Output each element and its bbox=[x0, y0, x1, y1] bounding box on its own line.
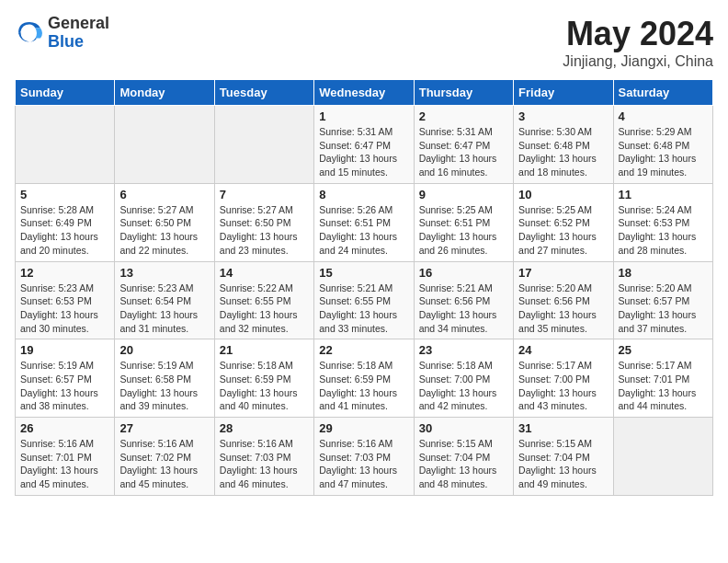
day-number: 25 bbox=[619, 343, 708, 357]
calendar-cell: 18Sunrise: 5:20 AM Sunset: 6:57 PM Dayli… bbox=[613, 261, 712, 339]
day-info: Sunrise: 5:23 AM Sunset: 6:54 PM Dayligh… bbox=[119, 282, 209, 336]
calendar-cell: 8Sunrise: 5:26 AM Sunset: 6:51 PM Daylig… bbox=[314, 183, 414, 261]
calendar-cell: 28Sunrise: 5:16 AM Sunset: 7:03 PM Dayli… bbox=[214, 418, 313, 496]
calendar-cell bbox=[214, 106, 313, 184]
day-number: 26 bbox=[20, 421, 109, 435]
weekday-header-cell: Thursday bbox=[414, 80, 513, 106]
calendar-cell: 2Sunrise: 5:31 AM Sunset: 6:47 PM Daylig… bbox=[414, 106, 513, 184]
day-info: Sunrise: 5:22 AM Sunset: 6:55 PM Dayligh… bbox=[220, 282, 309, 336]
calendar-cell: 26Sunrise: 5:16 AM Sunset: 7:01 PM Dayli… bbox=[16, 418, 115, 496]
logo-text: General Blue bbox=[48, 15, 109, 52]
day-number: 23 bbox=[419, 343, 508, 357]
day-number: 12 bbox=[20, 266, 109, 280]
day-number: 16 bbox=[419, 266, 508, 280]
day-number: 3 bbox=[518, 109, 608, 123]
calendar-cell: 24Sunrise: 5:17 AM Sunset: 7:00 PM Dayli… bbox=[514, 339, 613, 418]
day-info: Sunrise: 5:24 AM Sunset: 6:53 PM Dayligh… bbox=[619, 203, 708, 258]
day-number: 9 bbox=[419, 188, 508, 201]
day-info: Sunrise: 5:31 AM Sunset: 6:47 PM Dayligh… bbox=[419, 125, 508, 179]
calendar-cell: 14Sunrise: 5:22 AM Sunset: 6:55 PM Dayli… bbox=[214, 261, 313, 339]
calendar-header: SundayMondayTuesdayWednesdayThursdayFrid… bbox=[16, 80, 713, 106]
calendar-cell bbox=[115, 106, 214, 184]
day-number: 14 bbox=[220, 266, 309, 280]
day-number: 2 bbox=[419, 109, 508, 123]
day-info: Sunrise: 5:27 AM Sunset: 6:50 PM Dayligh… bbox=[119, 203, 209, 258]
day-number: 22 bbox=[319, 343, 408, 357]
calendar-cell: 6Sunrise: 5:27 AM Sunset: 6:50 PM Daylig… bbox=[115, 183, 214, 261]
calendar-cell: 16Sunrise: 5:21 AM Sunset: 6:56 PM Dayli… bbox=[414, 261, 513, 339]
day-info: Sunrise: 5:17 AM Sunset: 7:00 PM Dayligh… bbox=[518, 359, 608, 413]
day-info: Sunrise: 5:25 AM Sunset: 6:51 PM Dayligh… bbox=[419, 203, 508, 258]
day-number: 15 bbox=[319, 266, 408, 280]
day-number: 21 bbox=[220, 343, 309, 357]
calendar-cell: 21Sunrise: 5:18 AM Sunset: 6:59 PM Dayli… bbox=[214, 339, 313, 418]
logo: General Blue bbox=[15, 15, 109, 52]
calendar-cell: 22Sunrise: 5:18 AM Sunset: 6:59 PM Dayli… bbox=[314, 339, 414, 418]
calendar-cell: 20Sunrise: 5:19 AM Sunset: 6:58 PM Dayli… bbox=[115, 339, 214, 418]
calendar-cell: 1Sunrise: 5:31 AM Sunset: 6:47 PM Daylig… bbox=[314, 106, 414, 184]
day-number: 18 bbox=[619, 266, 708, 280]
weekday-header-cell: Saturday bbox=[613, 80, 712, 106]
day-info: Sunrise: 5:19 AM Sunset: 6:58 PM Dayligh… bbox=[119, 359, 209, 413]
calendar-body: 1Sunrise: 5:31 AM Sunset: 6:47 PM Daylig… bbox=[16, 106, 713, 496]
title-area: May 2024 Jinjiang, Jiangxi, China bbox=[563, 15, 713, 70]
day-info: Sunrise: 5:20 AM Sunset: 6:57 PM Dayligh… bbox=[619, 282, 708, 336]
day-info: Sunrise: 5:28 AM Sunset: 6:49 PM Dayligh… bbox=[20, 203, 109, 258]
day-number: 8 bbox=[319, 188, 408, 201]
day-info: Sunrise: 5:18 AM Sunset: 6:59 PM Dayligh… bbox=[319, 359, 408, 413]
day-info: Sunrise: 5:26 AM Sunset: 6:51 PM Dayligh… bbox=[319, 203, 408, 258]
day-number: 17 bbox=[518, 266, 608, 280]
day-info: Sunrise: 5:27 AM Sunset: 6:50 PM Dayligh… bbox=[220, 203, 309, 258]
calendar-cell: 10Sunrise: 5:25 AM Sunset: 6:52 PM Dayli… bbox=[514, 183, 613, 261]
calendar-week-row: 26Sunrise: 5:16 AM Sunset: 7:01 PM Dayli… bbox=[16, 418, 713, 496]
day-info: Sunrise: 5:21 AM Sunset: 6:55 PM Dayligh… bbox=[319, 282, 408, 336]
day-number: 28 bbox=[220, 421, 309, 435]
calendar-cell: 12Sunrise: 5:23 AM Sunset: 6:53 PM Dayli… bbox=[16, 261, 115, 339]
calendar-cell: 30Sunrise: 5:15 AM Sunset: 7:04 PM Dayli… bbox=[414, 418, 513, 496]
calendar-week-row: 19Sunrise: 5:19 AM Sunset: 6:57 PM Dayli… bbox=[16, 339, 713, 418]
calendar-cell: 9Sunrise: 5:25 AM Sunset: 6:51 PM Daylig… bbox=[414, 183, 513, 261]
day-info: Sunrise: 5:17 AM Sunset: 7:01 PM Dayligh… bbox=[619, 359, 708, 413]
day-info: Sunrise: 5:18 AM Sunset: 7:00 PM Dayligh… bbox=[419, 359, 508, 413]
calendar-cell: 3Sunrise: 5:30 AM Sunset: 6:48 PM Daylig… bbox=[514, 106, 613, 184]
day-number: 7 bbox=[220, 188, 309, 201]
day-info: Sunrise: 5:16 AM Sunset: 7:02 PM Dayligh… bbox=[119, 437, 209, 491]
day-info: Sunrise: 5:16 AM Sunset: 7:03 PM Dayligh… bbox=[319, 437, 408, 491]
day-info: Sunrise: 5:31 AM Sunset: 6:47 PM Dayligh… bbox=[319, 125, 408, 179]
day-info: Sunrise: 5:23 AM Sunset: 6:53 PM Dayligh… bbox=[20, 282, 109, 336]
header: General Blue May 2024 Jinjiang, Jiangxi,… bbox=[15, 15, 713, 70]
day-number: 27 bbox=[119, 421, 209, 435]
calendar-cell: 19Sunrise: 5:19 AM Sunset: 6:57 PM Dayli… bbox=[16, 339, 115, 418]
calendar-cell: 29Sunrise: 5:16 AM Sunset: 7:03 PM Dayli… bbox=[314, 418, 414, 496]
day-info: Sunrise: 5:29 AM Sunset: 6:48 PM Dayligh… bbox=[619, 125, 708, 179]
weekday-header-cell: Monday bbox=[115, 80, 214, 106]
day-number: 11 bbox=[619, 188, 708, 201]
day-info: Sunrise: 5:15 AM Sunset: 7:04 PM Dayligh… bbox=[419, 437, 508, 491]
calendar-cell: 27Sunrise: 5:16 AM Sunset: 7:02 PM Dayli… bbox=[115, 418, 214, 496]
calendar-cell: 25Sunrise: 5:17 AM Sunset: 7:01 PM Dayli… bbox=[613, 339, 712, 418]
calendar-cell: 31Sunrise: 5:15 AM Sunset: 7:04 PM Dayli… bbox=[514, 418, 613, 496]
calendar-title: May 2024 bbox=[563, 15, 713, 53]
weekday-header-cell: Tuesday bbox=[214, 80, 313, 106]
day-number: 29 bbox=[319, 421, 408, 435]
day-number: 10 bbox=[518, 188, 608, 201]
day-number: 13 bbox=[119, 266, 209, 280]
calendar-cell: 7Sunrise: 5:27 AM Sunset: 6:50 PM Daylig… bbox=[214, 183, 313, 261]
calendar-cell: 17Sunrise: 5:20 AM Sunset: 6:56 PM Dayli… bbox=[514, 261, 613, 339]
day-info: Sunrise: 5:16 AM Sunset: 7:03 PM Dayligh… bbox=[220, 437, 309, 491]
calendar-cell: 23Sunrise: 5:18 AM Sunset: 7:00 PM Dayli… bbox=[414, 339, 513, 418]
weekday-header-cell: Friday bbox=[514, 80, 613, 106]
day-number: 19 bbox=[20, 343, 109, 357]
day-number: 30 bbox=[419, 421, 508, 435]
logo-blue: Blue bbox=[48, 33, 109, 52]
weekday-header-row: SundayMondayTuesdayWednesdayThursdayFrid… bbox=[16, 80, 713, 106]
day-number: 1 bbox=[319, 109, 408, 123]
calendar-week-row: 1Sunrise: 5:31 AM Sunset: 6:47 PM Daylig… bbox=[16, 106, 713, 184]
calendar-week-row: 12Sunrise: 5:23 AM Sunset: 6:53 PM Dayli… bbox=[16, 261, 713, 339]
day-info: Sunrise: 5:30 AM Sunset: 6:48 PM Dayligh… bbox=[518, 125, 608, 179]
logo-general: General bbox=[48, 15, 109, 33]
day-number: 6 bbox=[119, 188, 209, 201]
calendar-week-row: 5Sunrise: 5:28 AM Sunset: 6:49 PM Daylig… bbox=[16, 183, 713, 261]
calendar-cell: 5Sunrise: 5:28 AM Sunset: 6:49 PM Daylig… bbox=[16, 183, 115, 261]
day-number: 4 bbox=[619, 109, 708, 123]
